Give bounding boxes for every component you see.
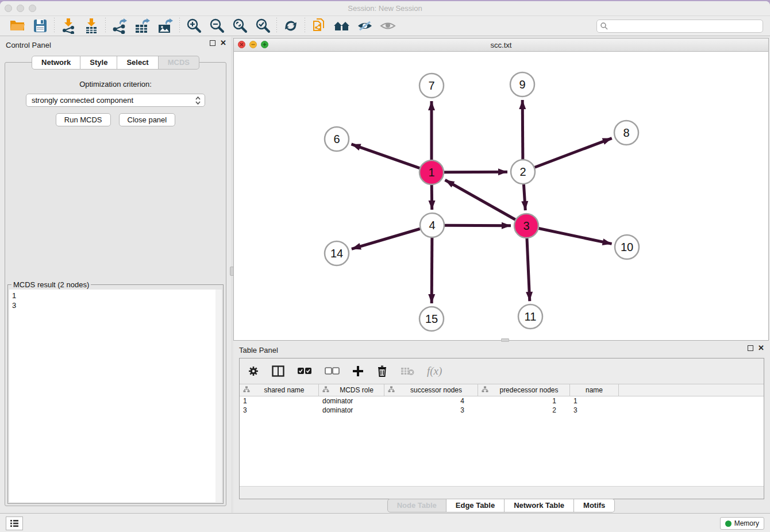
tab-motifs[interactable]: Motifs [574, 499, 615, 512]
search-box [596, 20, 763, 33]
float-table-panel-icon[interactable] [748, 345, 753, 351]
tab-mcds[interactable]: MCDS [159, 56, 199, 70]
close-panel-button[interactable]: Close panel [119, 113, 176, 126]
close-window-button[interactable] [5, 5, 12, 12]
import-table-icon[interactable] [80, 17, 103, 34]
close-panel-icon[interactable]: ✕ [220, 40, 226, 46]
cell-name[interactable]: 1 [570, 396, 619, 406]
window-title: Session: New Session [0, 1, 770, 16]
column-header-name[interactable]: name [570, 384, 619, 396]
column-header-predecessor-nodes[interactable]: predecessor nodes [478, 384, 570, 396]
add-column-icon[interactable] [352, 365, 364, 377]
close-table-panel-icon[interactable]: ✕ [758, 345, 764, 351]
main-toolbar [0, 16, 770, 36]
columns-icon[interactable] [272, 365, 284, 377]
table-row[interactable]: 1dominator411 [240, 396, 764, 406]
cell-MCDS-role[interactable]: dominator [319, 396, 384, 406]
memory-button[interactable]: Memory [720, 517, 764, 530]
folder-open-icon[interactable] [6, 17, 29, 34]
table-row[interactable]: 3dominator323 [240, 406, 764, 415]
graph-node-label: 11 [525, 310, 537, 323]
zoom-out-icon[interactable] [205, 17, 228, 34]
zoom-window-button[interactable] [29, 5, 36, 12]
network-close-button[interactable] [238, 41, 245, 48]
edge-3-10[interactable] [539, 229, 612, 244]
first-neighbors-icon[interactable] [307, 17, 330, 34]
network-minimize-button[interactable] [249, 41, 257, 48]
mcds-result-item[interactable]: 1 [12, 291, 222, 300]
cell-MCDS-role[interactable]: dominator [319, 406, 384, 415]
cell-shared-name[interactable]: 1 [240, 396, 319, 406]
export-image-icon[interactable] [154, 17, 177, 34]
zoom-in-icon[interactable] [182, 17, 205, 34]
export-network-icon[interactable] [108, 17, 131, 34]
column-header-label: name [573, 386, 618, 394]
table-tabs: Node TableEdge TableNetwork TableMotifs [233, 499, 769, 512]
network-view-window: scc.txt 7968124314101511 [233, 38, 769, 341]
optimization-criterion-select[interactable]: strongly connected component [26, 94, 205, 107]
edge-2-8[interactable] [535, 138, 612, 168]
cell-successor-nodes[interactable]: 3 [384, 406, 478, 415]
cell-name[interactable]: 3 [570, 406, 619, 415]
table-panel-header: Table Panel ✕ [233, 342, 769, 357]
table-horizontal-scrollbar[interactable] [240, 486, 764, 499]
table-toolbar: f(x) [240, 358, 764, 384]
mcds-result-group: MCDS result (2 nodes) 13 [7, 284, 224, 504]
edge-3-11[interactable] [527, 238, 530, 301]
eye-slash-icon[interactable] [353, 17, 376, 34]
network-canvas[interactable]: 7968124314101511 [234, 52, 768, 340]
cell-successor-nodes[interactable]: 4 [384, 396, 478, 406]
toolbar-separator [105, 18, 106, 34]
cell-predecessor-nodes[interactable]: 2 [478, 406, 570, 415]
node-table: f(x) shared nameMCDS rolesuccessor nodes… [239, 358, 764, 499]
export-table-icon[interactable] [131, 17, 154, 34]
eye-icon[interactable] [376, 17, 399, 34]
zoom-selected-icon[interactable] [251, 17, 274, 34]
graph-node-label: 15 [425, 313, 438, 325]
refresh-layout-icon[interactable] [279, 17, 302, 34]
save-icon[interactable] [29, 17, 52, 34]
float-panel-icon[interactable] [210, 40, 215, 46]
import-network-icon[interactable] [57, 17, 80, 34]
cell-shared-name[interactable]: 3 [240, 406, 319, 415]
mcds-result-item[interactable]: 3 [12, 300, 222, 310]
cell-predecessor-nodes[interactable]: 1 [478, 396, 570, 406]
mcds-result-scrollbar[interactable] [215, 290, 222, 502]
tab-select[interactable]: Select [117, 56, 158, 70]
edge-4-3[interactable] [445, 225, 511, 226]
edge-2-3[interactable] [523, 184, 525, 210]
edge-3-1[interactable] [445, 180, 515, 219]
search-input[interactable] [596, 20, 763, 33]
edge-4-15[interactable] [432, 238, 432, 303]
tab-edge-table[interactable]: Edge Table [446, 499, 505, 512]
hierarchy-icon [243, 386, 250, 395]
gear-icon[interactable] [248, 365, 259, 377]
title-bar: Session: New Session [0, 1, 770, 16]
select-all-icon[interactable] [297, 367, 312, 375]
deselect-all-icon[interactable] [325, 367, 340, 375]
tab-network-table[interactable]: Network Table [505, 499, 574, 512]
edge-4-14[interactable] [352, 229, 420, 249]
column-header-successor-nodes[interactable]: successor nodes [384, 384, 478, 396]
table-rows: 1dominator4113dominator323 [240, 396, 764, 415]
column-header-shared-name[interactable]: shared name [240, 384, 319, 396]
home-icon[interactable] [330, 17, 353, 34]
edge-1-6[interactable] [351, 144, 419, 168]
tab-node-table[interactable]: Node Table [387, 499, 446, 512]
task-history-button[interactable] [6, 516, 23, 530]
delete-column-icon[interactable] [376, 365, 388, 377]
control-panel: Control Panel ✕ NetworkStyleSelectMCDS O… [0, 37, 231, 513]
network-maximize-button[interactable] [261, 41, 268, 48]
run-mcds-button[interactable]: Run MCDS [56, 113, 111, 126]
mcds-result-list[interactable]: 13 [9, 290, 222, 502]
network-window-titlebar[interactable]: scc.txt [234, 38, 768, 52]
edge-2-9[interactable] [522, 100, 523, 159]
column-header-MCDS-role[interactable]: MCDS role [319, 384, 384, 396]
edge-1-2[interactable] [444, 172, 507, 172]
tab-style[interactable]: Style [80, 56, 117, 70]
graph-node-label: 2 [519, 165, 526, 178]
toolbar-separator [179, 18, 180, 34]
tab-network[interactable]: Network [32, 56, 80, 70]
minimize-window-button[interactable] [17, 5, 24, 12]
zoom-fit-icon[interactable] [228, 17, 251, 34]
